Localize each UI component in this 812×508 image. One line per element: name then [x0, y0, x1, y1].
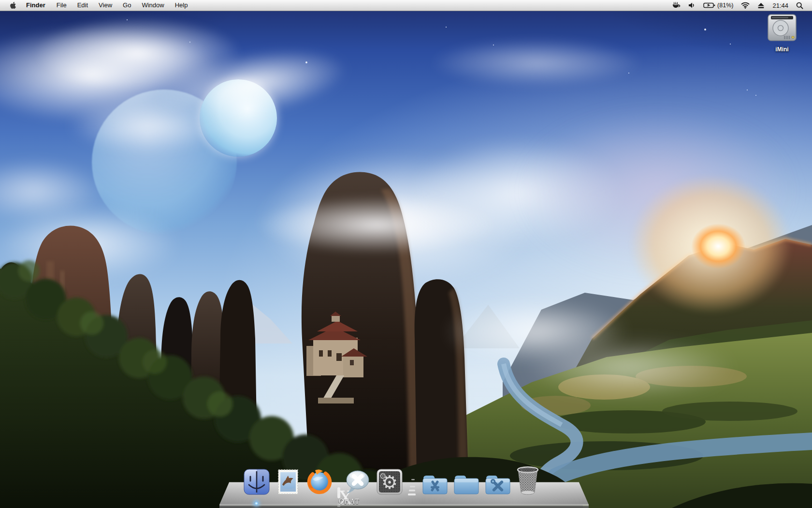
plain-folder-icon [453, 473, 480, 495]
central-rock [302, 172, 468, 479]
drive-label: iMini [762, 46, 802, 53]
coffee-cup-icon [671, 1, 681, 9]
apple-menu[interactable] [6, 1, 20, 9]
spotlight-menu-extra[interactable] [792, 0, 807, 11]
wifi-icon [741, 2, 750, 9]
menu-go[interactable]: Go [117, 0, 136, 11]
dock: X CHAT [219, 476, 589, 508]
xchat-icon: X CHAT [337, 487, 340, 498]
wifi-menu-extra[interactable] [737, 0, 754, 11]
menu-bar: Finder File Edit View Go Window Help [0, 0, 812, 11]
hard-drive-icon [766, 13, 798, 43]
desktop-drive-imini[interactable]: iMini [762, 13, 802, 53]
caffeine-menu-extra[interactable] [667, 0, 684, 11]
menu-view[interactable]: View [93, 0, 117, 11]
finder-icon [243, 468, 270, 495]
mail-stamp-icon [275, 468, 302, 495]
app-menu-finder[interactable]: Finder [20, 0, 51, 11]
dock-separator [407, 472, 417, 497]
dock-system-preferences[interactable]: ⚙ ⚙ [376, 468, 403, 497]
dock-xchat[interactable]: X CHAT [337, 489, 340, 497]
volume-menu-extra[interactable] [684, 0, 699, 11]
chat-bubble-x-icon [345, 468, 372, 495]
dock-firefox[interactable] [306, 468, 333, 497]
menu-edit[interactable]: Edit [72, 0, 93, 11]
applications-folder-icon [421, 473, 449, 495]
trash-icon [516, 465, 540, 495]
speaker-icon [688, 2, 696, 9]
dock-trash[interactable] [516, 465, 540, 497]
finder-running-indicator [254, 501, 259, 506]
menu-clock[interactable]: 21:44 [768, 2, 792, 9]
battery-charging-icon [703, 2, 715, 9]
apple-logo-icon [10, 1, 16, 9]
magnifier-icon [796, 2, 803, 9]
dock-separator-stripes [407, 472, 417, 497]
dock-mail[interactable] [275, 468, 302, 497]
dock-chat-bubble[interactable] [345, 468, 372, 497]
menu-help[interactable]: Help [170, 0, 193, 11]
battery-menu-extra[interactable]: (81%) [699, 0, 737, 11]
battery-percent: (81%) [717, 2, 733, 9]
dock-utilities-folder[interactable] [484, 473, 511, 497]
system-preferences-icon: ⚙ ⚙ [376, 468, 403, 495]
eject-menu-extra[interactable] [754, 0, 768, 11]
dock-documents-folder[interactable] [453, 473, 480, 497]
utilities-folder-icon [484, 473, 511, 495]
menu-window[interactable]: Window [136, 0, 169, 11]
dock-applications-folder[interactable] [421, 473, 449, 497]
desktop: Finder File Edit View Go Window Help [0, 0, 812, 508]
svg-text:⚙: ⚙ [379, 471, 386, 481]
menu-file[interactable]: File [51, 0, 72, 11]
firefox-icon [306, 468, 333, 495]
sun [691, 224, 745, 269]
dock-finder[interactable] [243, 468, 270, 497]
eject-icon [757, 2, 765, 9]
